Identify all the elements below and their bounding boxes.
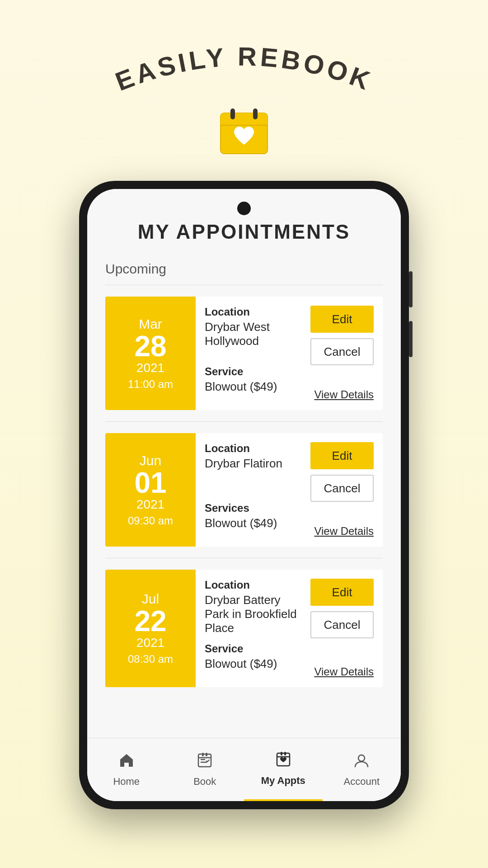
service-section-2: Services Blowout ($49) [205, 502, 277, 538]
appointment-card-1: Mar 28 2021 11:00 am Location Drybar Wes… [105, 297, 383, 410]
time-3: 08:30 am [128, 653, 173, 665]
svg-rect-8 [202, 753, 204, 756]
view-details-2[interactable]: View Details [314, 525, 374, 538]
location-value-2: Drybar Flatiron [205, 457, 304, 471]
detail-top-2: Location Drybar Flatiron Edit Cancel [205, 442, 374, 502]
appt-buttons-1: Edit Cancel [310, 306, 374, 365]
time-1: 11:00 am [128, 378, 173, 391]
svg-text:EASILY REBOOK: EASILY REBOOK [111, 42, 376, 96]
detail-info-2: Location Drybar Flatiron [205, 442, 304, 478]
service-section-3: Service Blowout ($49) [205, 642, 277, 678]
details-1: Location Drybar West Hollywood Edit Canc… [196, 297, 383, 410]
phone-screen: MY APPOINTMENTS Upcoming Mar 28 2021 11:… [87, 189, 401, 801]
svg-rect-12 [284, 752, 286, 755]
month-1: Mar [139, 316, 162, 332]
svg-rect-5 [253, 108, 258, 119]
nav-book-label: Book [193, 776, 216, 788]
appt-buttons-2: Edit Cancel [310, 442, 374, 502]
screen-content: MY APPOINTMENTS Upcoming Mar 28 2021 11:… [87, 189, 401, 738]
month-3: Jul [142, 591, 159, 607]
detail-info-1: Location Drybar West Hollywood [205, 306, 304, 355]
date-box-2: Jun 01 2021 09:30 am [105, 433, 196, 547]
detail-bottom-1: Service Blowout ($49) View Details [205, 365, 374, 401]
bottom-nav: Home Book [87, 738, 401, 801]
appointment-card-3: Jul 22 2021 08:30 am Location Drybar Bat… [105, 570, 383, 687]
location-label-1: Location [205, 306, 304, 318]
edit-button-2[interactable]: Edit [310, 442, 374, 469]
view-details-1[interactable]: View Details [314, 388, 374, 401]
location-value-1: Drybar West Hollywood [205, 320, 304, 348]
page-title: MY APPOINTMENTS [87, 221, 401, 243]
service-label-2: Services [205, 502, 277, 514]
phone-frame: MY APPOINTMENTS Upcoming Mar 28 2021 11:… [79, 181, 409, 809]
nav-book[interactable]: Book [166, 738, 244, 801]
top-section: EASILY REBOOK [0, 0, 488, 181]
volume-button [409, 271, 413, 307]
book-icon [197, 752, 213, 773]
svg-rect-9 [206, 753, 207, 756]
year-2: 2021 [136, 497, 164, 512]
service-value-2: Blowout ($49) [205, 516, 277, 530]
year-1: 2021 [136, 361, 164, 375]
service-label-1: Service [205, 365, 277, 378]
nav-account-label: Account [344, 776, 380, 788]
nav-myappts[interactable]: My Appts [244, 738, 323, 801]
edit-button-1[interactable]: Edit [310, 306, 374, 333]
location-value-3: Drybar Battery Park in Brookfield Place [205, 593, 304, 635]
view-details-3[interactable]: View Details [314, 665, 374, 678]
svg-point-13 [358, 755, 365, 761]
volume-button-2 [409, 321, 413, 357]
nav-myappts-label: My Appts [261, 775, 305, 787]
service-value-3: Blowout ($49) [205, 657, 277, 671]
camera-notch [237, 202, 251, 215]
account-icon [353, 752, 370, 773]
details-2: Location Drybar Flatiron Edit Cancel Ser… [196, 433, 383, 547]
month-2: Jun [140, 453, 161, 468]
date-box-1: Mar 28 2021 11:00 am [105, 297, 196, 410]
myappts-icon [275, 751, 291, 772]
divider-3 [105, 558, 383, 558]
day-1: 28 [134, 332, 166, 361]
edit-button-3[interactable]: Edit [310, 579, 374, 606]
appointment-card-2: Jun 01 2021 09:30 am Location Drybar Fla… [105, 433, 383, 547]
detail-top-1: Location Drybar West Hollywood Edit Canc… [205, 306, 374, 365]
nav-home-label: Home [113, 776, 140, 788]
svg-rect-11 [281, 752, 282, 755]
detail-bottom-3: Service Blowout ($49) View Details [205, 642, 374, 678]
cancel-button-2[interactable]: Cancel [310, 475, 374, 502]
day-2: 01 [134, 468, 166, 497]
service-section-1: Service Blowout ($49) [205, 365, 277, 401]
service-value-1: Blowout ($49) [205, 380, 277, 394]
svg-rect-4 [230, 108, 235, 119]
nav-account[interactable]: Account [323, 738, 401, 801]
year-3: 2021 [136, 636, 164, 650]
appt-buttons-3: Edit Cancel [310, 579, 374, 638]
divider-1 [105, 285, 383, 285]
cancel-button-3[interactable]: Cancel [310, 611, 374, 638]
nav-home[interactable]: Home [87, 738, 166, 801]
svg-rect-6 [221, 125, 267, 126]
section-upcoming: Upcoming [87, 261, 401, 285]
date-box-3: Jul 22 2021 08:30 am [105, 570, 196, 687]
detail-bottom-2: Services Blowout ($49) View Details [205, 502, 374, 538]
arc-heading: EASILY REBOOK [108, 36, 380, 99]
divider-2 [105, 421, 383, 422]
service-label-3: Service [205, 642, 277, 655]
details-3: Location Drybar Battery Park in Brookfie… [196, 570, 383, 687]
day-3: 22 [134, 607, 166, 636]
detail-info-3: Location Drybar Battery Park in Brookfie… [205, 579, 304, 642]
location-label-3: Location [205, 579, 304, 591]
home-icon [118, 752, 135, 773]
calendar-heart-icon [217, 104, 271, 158]
cancel-button-1[interactable]: Cancel [310, 338, 374, 365]
time-2: 09:30 am [128, 514, 173, 527]
detail-top-3: Location Drybar Battery Park in Brookfie… [205, 579, 374, 642]
location-label-2: Location [205, 442, 304, 455]
